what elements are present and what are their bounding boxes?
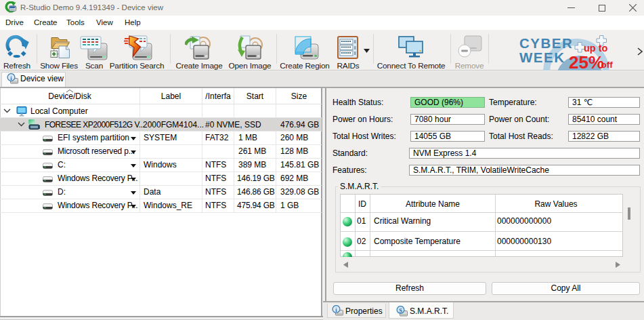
svg-text:25%: 25% [569,52,604,71]
svg-text:WEEK: WEEK [519,49,565,65]
svg-text:CYBER: CYBER [519,35,573,51]
svg-text:off: off [601,60,614,70]
svg-text:S: S [399,307,402,314]
